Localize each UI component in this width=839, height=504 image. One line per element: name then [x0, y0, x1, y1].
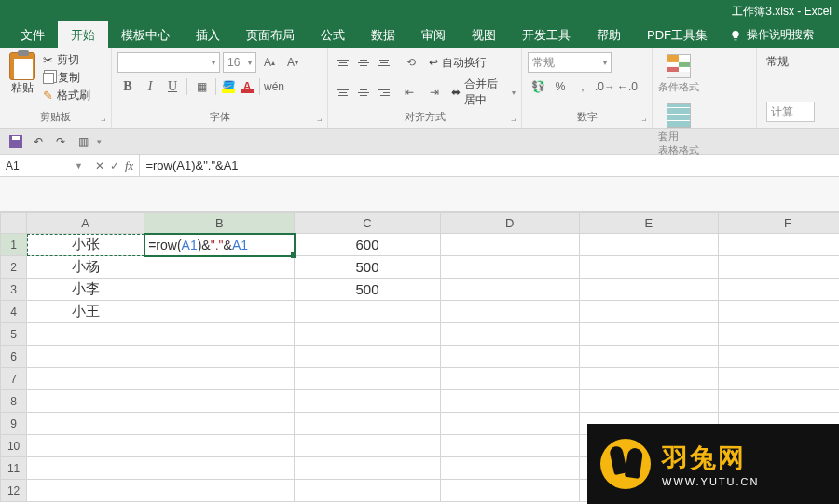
cell-F3[interactable]	[718, 279, 839, 301]
cell-D5[interactable]	[440, 323, 579, 346]
percent-button[interactable]: %	[550, 76, 571, 97]
col-header-E[interactable]: E	[579, 213, 718, 234]
row-header-5[interactable]: 5	[1, 323, 27, 346]
calc-style-box[interactable]: 计算	[766, 102, 815, 122]
format-as-table-button[interactable]: 套用 表格格式	[658, 103, 699, 157]
cell-A12[interactable]	[27, 480, 144, 502]
cell-B2[interactable]	[144, 256, 295, 279]
cell-B5[interactable]	[144, 323, 295, 346]
cell-E5[interactable]	[579, 323, 718, 346]
cell-B1[interactable]: =row(A1)&"."&A1	[144, 234, 295, 256]
cell-B7[interactable]	[144, 368, 295, 390]
align-middle-button[interactable]	[354, 53, 373, 72]
cell-C10[interactable]	[295, 435, 440, 457]
align-right-button[interactable]	[375, 83, 393, 102]
cell-C9[interactable]	[295, 413, 440, 435]
cell-C1[interactable]: 600	[295, 234, 440, 256]
cell-B10[interactable]	[144, 435, 295, 457]
col-header-C[interactable]: C	[295, 213, 440, 234]
cell-A11[interactable]	[27, 457, 144, 480]
cell-F4[interactable]	[718, 301, 839, 323]
col-header-B[interactable]: B	[144, 213, 295, 234]
row-header-1[interactable]: 1	[1, 234, 27, 256]
cell-D1[interactable]	[440, 234, 579, 256]
cell-D4[interactable]	[440, 301, 579, 323]
accounting-format-button[interactable]: 💱	[528, 76, 548, 97]
tab-insert[interactable]: 插入	[183, 21, 233, 48]
tab-developer[interactable]: 开发工具	[509, 21, 584, 48]
borders-button[interactable]: ▦	[191, 76, 212, 97]
cell-D11[interactable]	[440, 457, 579, 480]
row-header-10[interactable]: 10	[1, 435, 27, 457]
cell-C11[interactable]	[295, 457, 440, 480]
cell-F8[interactable]	[718, 390, 839, 413]
cell-B3[interactable]	[144, 279, 295, 301]
cell-E7[interactable]	[579, 368, 718, 390]
cell-C6[interactable]	[295, 346, 440, 368]
underline-button[interactable]: U	[162, 76, 183, 97]
cell-C12[interactable]	[295, 480, 440, 502]
tab-view[interactable]: 视图	[459, 21, 509, 48]
cell-E6[interactable]	[579, 346, 718, 368]
bold-button[interactable]: B	[117, 76, 138, 97]
fill-color-button[interactable]: 🪣	[220, 78, 237, 95]
conditional-formatting-button[interactable]: 条件格式	[658, 54, 699, 94]
tab-pdf[interactable]: PDF工具集	[634, 21, 721, 48]
merge-center-button[interactable]: ⬌合并后居中▾	[451, 76, 516, 108]
cell-B9[interactable]	[144, 413, 295, 435]
cell-F6[interactable]	[718, 346, 839, 368]
cancel-formula-button[interactable]: ✕	[95, 159, 104, 172]
tab-template[interactable]: 模板中心	[108, 21, 183, 48]
cell-B12[interactable]	[144, 480, 295, 502]
row-header-8[interactable]: 8	[1, 390, 27, 413]
tab-review[interactable]: 审阅	[408, 21, 459, 48]
cell-A8[interactable]	[27, 390, 144, 413]
tab-file[interactable]: 文件	[7, 21, 58, 48]
cell-A1[interactable]: 小张	[27, 234, 144, 256]
format-painter-button[interactable]: ✎格式刷	[43, 88, 90, 103]
cell-D10[interactable]	[440, 435, 579, 457]
fx-icon[interactable]: fx	[125, 158, 133, 173]
increase-decimal-button[interactable]: .0→	[595, 76, 615, 97]
font-size-select[interactable]: 16▾	[223, 52, 256, 73]
tab-page-layout[interactable]: 页面布局	[233, 21, 308, 48]
col-header-A[interactable]: A	[27, 213, 144, 234]
qat-customize[interactable]: ▾	[97, 137, 102, 146]
decrease-indent-button[interactable]: ⇤	[401, 82, 419, 102]
cell-C2[interactable]: 500	[295, 256, 440, 279]
cell-F7[interactable]	[718, 368, 839, 390]
cell-A6[interactable]	[27, 346, 144, 368]
row-header-9[interactable]: 9	[1, 413, 27, 435]
save-button[interactable]	[7, 133, 24, 150]
cell-C7[interactable]	[295, 368, 440, 390]
row-header-7[interactable]: 7	[1, 368, 27, 390]
cell-A2[interactable]: 小杨	[27, 256, 144, 279]
cell-D7[interactable]	[440, 368, 579, 390]
cell-F1[interactable]	[718, 234, 839, 256]
cell-B6[interactable]	[144, 346, 295, 368]
cell-E2[interactable]	[579, 256, 718, 279]
col-header-F[interactable]: F	[718, 213, 839, 234]
cell-C8[interactable]	[295, 390, 440, 413]
cell-D8[interactable]	[440, 390, 579, 413]
cell-D9[interactable]	[440, 413, 579, 435]
cell-E4[interactable]	[579, 301, 718, 323]
cell-D3[interactable]	[440, 279, 579, 301]
cut-button[interactable]: ✂剪切	[43, 52, 90, 68]
row-header-3[interactable]: 3	[1, 279, 27, 301]
cell-A3[interactable]: 小李	[27, 279, 144, 301]
font-name-select[interactable]: ▾	[117, 52, 220, 73]
italic-button[interactable]: I	[140, 76, 160, 97]
tell-me-search[interactable]: 操作说明搜索	[721, 21, 823, 48]
row-header-6[interactable]: 6	[1, 346, 27, 368]
cell-A5[interactable]	[27, 323, 144, 346]
paste-button[interactable]: 粘贴	[6, 52, 39, 103]
cell-C3[interactable]: 500	[295, 279, 440, 301]
tab-help[interactable]: 帮助	[584, 21, 634, 48]
cell-D12[interactable]	[440, 480, 579, 502]
cell-E1[interactable]	[579, 234, 718, 256]
tab-formulas[interactable]: 公式	[308, 21, 358, 48]
decrease-font-button[interactable]: A▾	[282, 52, 303, 73]
cell-A10[interactable]	[27, 435, 144, 457]
qat-more-button[interactable]: ▥	[75, 133, 91, 150]
